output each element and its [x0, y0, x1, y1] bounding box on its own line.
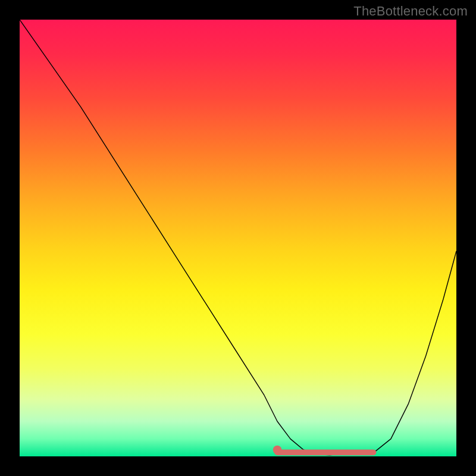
chart-svg	[20, 20, 456, 456]
chart-curve	[20, 20, 456, 455]
chart-plot-area	[20, 20, 456, 456]
chart-flat-start-dot	[273, 446, 282, 455]
watermark-text: TheBottleneck.com	[353, 4, 468, 19]
